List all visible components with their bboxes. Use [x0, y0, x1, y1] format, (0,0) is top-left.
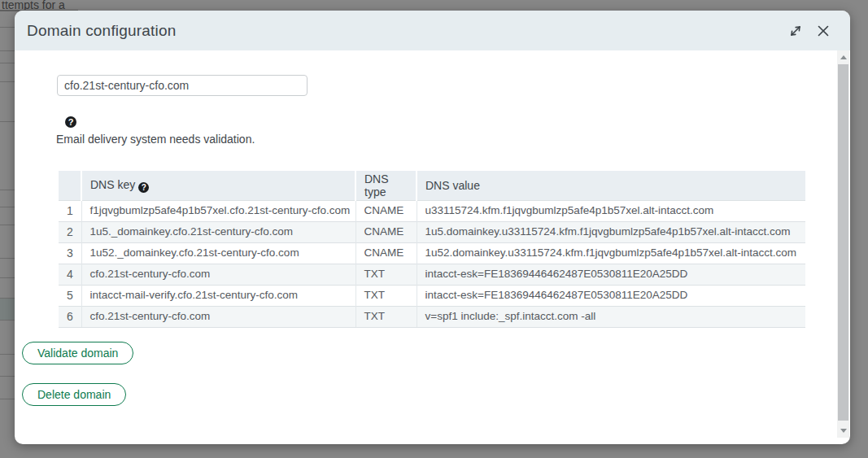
modal-scrollbar[interactable]	[837, 50, 849, 438]
dns-type-cell: TXT	[355, 285, 417, 306]
dns-table-body: 1 f1jqvgbumlzp5afe4p1b57xel.cfo.21st-cen…	[59, 200, 805, 327]
backdrop-line	[0, 190, 15, 190]
row-number-cell: 4	[59, 264, 81, 285]
scrollbar-up-button[interactable]	[837, 51, 849, 63]
triangle-down-icon	[840, 429, 847, 433]
backdrop-line	[0, 225, 15, 225]
table-row: 5 intacct-mail-verify.cfo.21st-century-c…	[59, 285, 805, 306]
dialog-title: Domain configuration	[27, 22, 177, 40]
dns-key-cell: intacct-mail-verify.cfo.21st-century-cfo…	[81, 285, 355, 306]
table-row: 3 1u52._domainkey.cfo.21st-century-cfo.c…	[59, 242, 805, 264]
backdrop-line	[0, 376, 15, 377]
backdrop-line	[0, 207, 15, 207]
domain-configuration-dialog: Domain configuration	[15, 11, 850, 444]
row-number-cell: 1	[59, 200, 81, 221]
dns-key-cell: 1u5._domainkey.cfo.21st-century-cfo.com	[81, 221, 355, 242]
dns-records-table: DNS key? DNS type DNS value 1 f1jqvgbuml…	[59, 171, 805, 328]
row-number-header	[59, 171, 81, 200]
table-row: 2 1u5._domainkey.cfo.21st-century-cfo.co…	[59, 221, 805, 242]
dns-value-cell: intacct-esk=FE18369446462487E0530811E20A…	[417, 264, 805, 285]
expand-icon[interactable]	[787, 22, 805, 40]
backdrop-line	[0, 320, 15, 321]
row-number-cell: 3	[59, 242, 81, 264]
dns-key-cell: f1jqvgbumlzp5afe4p1b57xel.cfo.21st-centu…	[81, 200, 355, 221]
dns-key-header-label: DNS key	[90, 178, 135, 191]
row-number-cell: 5	[59, 285, 81, 306]
backdrop-line	[0, 258, 15, 259]
dialog-header: Domain configuration	[15, 11, 850, 50]
backdrop-line	[0, 277, 15, 278]
table-row: 1 f1jqvgbumlzp5afe4p1b57xel.cfo.21st-cen…	[59, 200, 805, 221]
dns-type-cell: TXT	[355, 264, 417, 285]
delete-domain-button[interactable]: Delete domain	[22, 383, 126, 406]
scrollbar-thumb[interactable]	[838, 64, 848, 421]
dns-key-cell: cfo.21st-century-cfo.com	[81, 264, 355, 285]
dns-key-help-icon[interactable]: ?	[138, 182, 149, 193]
dns-value-cell: 1u52.domainkey.u33115724.kfm.f1jqvgbumlz…	[417, 242, 805, 264]
dns-key-cell: 1u52._domainkey.cfo.21st-century-cfo.com	[81, 242, 355, 264]
backdrop-line	[0, 27, 15, 28]
dns-type-cell: CNAME	[355, 242, 417, 264]
close-icon[interactable]	[814, 22, 832, 40]
dns-key-cell: cfo.21st-century-cfo.com	[81, 306, 355, 327]
backdrop-line	[0, 354, 15, 355]
dns-type-cell: CNAME	[355, 200, 417, 221]
domain-name-input[interactable]	[57, 75, 308, 96]
dns-value-cell: u33115724.kfm.f1jqvgbumlzp5afe4p1b57xel.…	[417, 200, 805, 221]
dns-value-cell: v=spf1 include:_spf.intacct.com -all	[417, 306, 805, 327]
dns-type-cell: TXT	[355, 306, 417, 327]
backdrop-line	[0, 399, 15, 399]
validation-note: Email delivery system needs validation.	[56, 133, 255, 146]
backdrop-line	[0, 121, 15, 122]
dns-value-header: DNS value	[417, 171, 805, 200]
backdrop-line	[0, 81, 15, 82]
row-number-cell: 2	[59, 221, 81, 242]
table-row: 6 cfo.21st-century-cfo.com TXT v=spf1 in…	[59, 306, 805, 327]
validate-domain-button[interactable]: Validate domain	[22, 342, 133, 364]
backdrop-selected-row	[0, 299, 15, 320]
dns-value-cell: 1u5.domainkey.u33115724.kfm.f1jqvgbumlzp…	[417, 221, 805, 242]
dns-key-header: DNS key?	[81, 171, 355, 200]
dns-value-cell: intacct-esk=FE18369446462487E0530811E20A…	[417, 285, 805, 306]
backdrop-line	[0, 298, 15, 299]
table-row: 4 cfo.21st-century-cfo.com TXT intacct-e…	[59, 264, 805, 285]
dns-type-header: DNS type	[355, 171, 417, 200]
backdrop-line	[0, 63, 15, 63]
row-number-cell: 6	[59, 306, 81, 327]
scrollbar-down-button[interactable]	[837, 425, 849, 437]
table-header-row: DNS key? DNS type DNS value	[59, 171, 805, 200]
backdrop-line	[0, 50, 15, 51]
help-icon[interactable]: ?	[65, 116, 76, 128]
triangle-up-icon	[840, 55, 847, 59]
dns-type-cell: CNAME	[355, 221, 417, 242]
